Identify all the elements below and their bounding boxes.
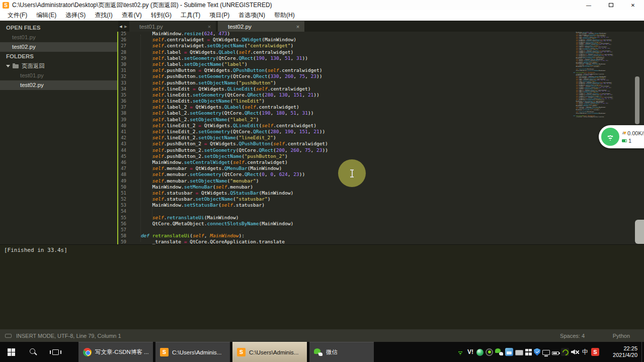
window-controls: — ✕ bbox=[578, 0, 644, 10]
menu-item[interactable]: 工具(T) bbox=[176, 10, 205, 21]
menu-item[interactable]: 编辑(E) bbox=[32, 10, 61, 21]
open-file-item[interactable]: test02.py bbox=[0, 42, 118, 52]
menu-item[interactable]: 帮助(H) bbox=[270, 10, 299, 21]
tab-close-icon[interactable]: × bbox=[294, 24, 301, 30]
code-text: self.pushButton.setGeometry(QtCore.QRect… bbox=[129, 73, 323, 79]
code-text: QtCore.QMetaObject.connectSlotsByName(Ma… bbox=[129, 221, 293, 226]
network-monitor-icon[interactable] bbox=[542, 350, 550, 355]
sphere-icon[interactable] bbox=[476, 349, 484, 356]
taskbar-button-label: C:\Users\Adminis... bbox=[172, 349, 225, 355]
code-text: self.menubar.setObjectName("menubar") bbox=[129, 178, 259, 184]
search-button[interactable] bbox=[22, 342, 44, 362]
status-syntax[interactable]: Python bbox=[613, 333, 630, 339]
folder-icon bbox=[13, 64, 19, 68]
menu-item[interactable]: 查找(I) bbox=[90, 10, 117, 21]
code-line: 50 MainWindow.setMenuBar(self.menubar) bbox=[118, 183, 644, 189]
chrome-icon bbox=[83, 348, 92, 356]
keyboard-icon[interactable] bbox=[515, 350, 523, 355]
show-desktop-button[interactable] bbox=[641, 342, 644, 362]
tab-scroll-left-icon[interactable]: ◀ bbox=[118, 21, 123, 32]
menu-item[interactable]: 文件(F) bbox=[3, 10, 32, 21]
folder-item[interactable]: 页面返回 bbox=[0, 61, 118, 71]
code-line: 29 self.label.setGeometry(QtCore.QRect(1… bbox=[118, 54, 644, 60]
statusbar: INSERT MODE, UTF-8, Line 79, Column 1 Sp… bbox=[0, 329, 644, 342]
folder-file-item[interactable]: test02.py bbox=[0, 80, 118, 90]
network-speed-widget[interactable]: 0.00K/s 1 bbox=[599, 125, 644, 148]
code-line: 26 self.centralwidget = QtWidgets.QWidge… bbox=[118, 36, 644, 42]
wechat-tray-icon[interactable] bbox=[495, 348, 503, 356]
code-line: 37 self.label_2 = QtWidgets.QLabel(self.… bbox=[118, 103, 644, 109]
wifi-circle-icon bbox=[601, 128, 619, 146]
screen: S C:\Users\Administrator\Desktop\页面返回\te… bbox=[0, 0, 644, 362]
tab-close-icon[interactable]: × bbox=[206, 24, 213, 30]
code-editor[interactable]: 25 MainWindow.resize(624, 473)26 self.ce… bbox=[118, 32, 644, 244]
code-line: 54 bbox=[118, 207, 644, 213]
taskbar-button-sublime[interactable]: SC:\Users\Adminis... bbox=[232, 342, 307, 362]
volume-muted-icon[interactable] bbox=[571, 348, 579, 356]
code-lines: 25 MainWindow.resize(624, 473)26 self.ce… bbox=[118, 32, 644, 244]
menubar: 文件(F)编辑(E)选择(S)查找(I)查看(V)转到(G)工具(T)项目(P)… bbox=[0, 10, 644, 21]
menu-item[interactable]: 查看(V) bbox=[117, 10, 146, 21]
code-line: 49 self.menubar.setObjectName("menubar") bbox=[118, 177, 644, 183]
line-number: 59 bbox=[118, 239, 126, 244]
apps-grid-icon[interactable] bbox=[525, 349, 532, 355]
vpn-icon[interactable]: V! bbox=[466, 348, 474, 356]
status-spaces[interactable]: Spaces: 4 bbox=[560, 333, 585, 339]
start-button[interactable] bbox=[0, 342, 22, 362]
titlebar: S C:\Users\Administrator\Desktop\页面返回\te… bbox=[0, 0, 644, 10]
build-output-panel: [Finished in 33.4s] bbox=[0, 244, 644, 329]
open-file-item[interactable]: test01.py bbox=[0, 33, 118, 42]
code-line: 53 MainWindow.setStatusBar(self.statusba… bbox=[118, 201, 644, 207]
battery-icon[interactable] bbox=[552, 351, 559, 355]
code-line: 46 MainWindow.setCentralWidget(self.cent… bbox=[118, 158, 644, 164]
minimap[interactable]: MainWindow.resize(624, 473) self.central… bbox=[571, 32, 617, 121]
wechat-icon bbox=[314, 348, 323, 356]
code-line: 38 self.label_2.setGeometry(QtCore.QRect… bbox=[118, 109, 644, 115]
net-count-value: 1 bbox=[628, 138, 631, 144]
menu-item[interactable]: 首选项(N) bbox=[234, 10, 270, 21]
folder-file-item[interactable]: test01.py bbox=[0, 71, 118, 80]
ime-lang-icon[interactable]: 中 bbox=[581, 348, 589, 356]
sublime-app-icon: S bbox=[3, 2, 9, 9]
recorder-icon[interactable] bbox=[486, 348, 493, 356]
task-view-button[interactable] bbox=[44, 342, 66, 362]
code-line: 40 self.lineEdit_2 = QtWidgets.QLineEdit… bbox=[118, 122, 644, 128]
tab-test02.py[interactable]: test02.py× bbox=[218, 21, 304, 32]
taskbar-button-sublime[interactable]: SC:\Users\Adminis... bbox=[155, 342, 230, 362]
workspace: OPEN FILEStest01.pytest02.pyFOLDERS页面返回t… bbox=[0, 21, 644, 244]
search-icon bbox=[30, 348, 35, 354]
menu-item[interactable]: 转到(G) bbox=[146, 10, 176, 21]
taskbar: 写文章-CSDN博客 ...SC:\Users\Adminis...SC:\Us… bbox=[0, 342, 644, 362]
maximize-button[interactable] bbox=[600, 0, 622, 10]
tabbar: ◀ ▶ test01.py×test02.py× bbox=[118, 21, 644, 32]
wifi-icon[interactable] bbox=[456, 349, 464, 355]
code-line: 30 self.label.setObjectName("label") bbox=[118, 60, 644, 66]
taskbar-button-chrome[interactable]: 写文章-CSDN博客 ... bbox=[78, 342, 153, 362]
minimap-line: _translate = QtCore.QCoreApplication.tra… bbox=[571, 116, 617, 117]
close-button[interactable]: ✕ bbox=[622, 0, 644, 10]
shield-icon[interactable] bbox=[534, 348, 540, 356]
ime-input-icon[interactable] bbox=[505, 348, 513, 356]
menu-item[interactable]: 项目(P) bbox=[205, 10, 234, 21]
code-line: 25 MainWindow.resize(624, 473) bbox=[118, 32, 644, 36]
taskbar-button-label: 写文章-CSDN博客 ... bbox=[95, 348, 148, 356]
nvidia-icon[interactable] bbox=[561, 348, 569, 356]
code-text: self.pushButton_2.setGeometry(QtCore.QRe… bbox=[129, 147, 328, 153]
sublime-icon: S bbox=[160, 348, 169, 356]
minimize-button[interactable]: — bbox=[578, 0, 600, 10]
code-line: 33 self.pushButton.setObjectName("pushBu… bbox=[118, 79, 644, 85]
click-highlight bbox=[338, 159, 366, 187]
code-line: 52 self.statusbar.setObjectName("statusb… bbox=[118, 195, 644, 201]
tab-scroll-right-icon[interactable]: ▶ bbox=[123, 21, 128, 32]
code-line: 36 self.lineEdit.setObjectName("lineEdit… bbox=[118, 97, 644, 103]
taskbar-button-wechat[interactable]: 微信 bbox=[309, 342, 374, 362]
tab-test01.py[interactable]: test01.py× bbox=[129, 21, 216, 32]
battery-small-icon bbox=[622, 139, 627, 142]
taskbar-clock[interactable]: 22:25 2021/4/20 bbox=[602, 342, 637, 362]
vertical-scrollbar-thumb[interactable] bbox=[635, 76, 639, 124]
menu-item[interactable]: 选择(S) bbox=[61, 10, 90, 21]
code-line: 56 QtCore.QMetaObject.connectSlotsByName… bbox=[118, 220, 644, 226]
code-text: self.label = QtWidgets.QLabel(self.centr… bbox=[129, 49, 293, 55]
sogou-icon[interactable]: S bbox=[591, 348, 599, 356]
taskbar-button-label: C:\Users\Adminis... bbox=[249, 349, 302, 355]
